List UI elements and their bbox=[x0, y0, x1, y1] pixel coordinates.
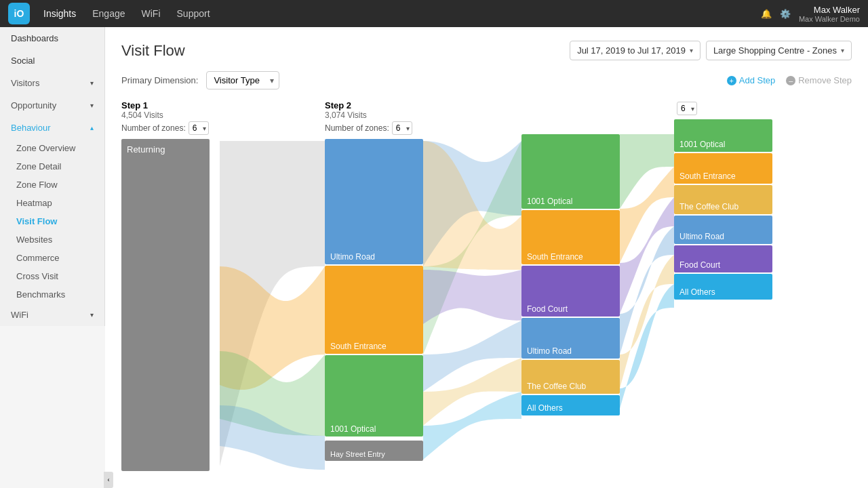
sidebar-item-opportunity[interactable]: Opportunity ▾ bbox=[0, 94, 104, 117]
nav-links: Insights Engage WiFi Support bbox=[43, 8, 761, 19]
flow-svg-1-2 bbox=[220, 134, 325, 488]
step2-zones-select[interactable]: 6 bbox=[392, 121, 412, 135]
sidebar-sub-zone-detail[interactable]: Zone Detail bbox=[0, 157, 104, 176]
nav-support[interactable]: Support bbox=[177, 8, 210, 19]
sidebar-sub-benchmarks[interactable]: Benchmarks bbox=[0, 285, 104, 304]
dimension-row: Primary Dimension: Visitor Type Add Step… bbox=[121, 71, 852, 89]
user-name: Max Walker bbox=[799, 5, 860, 15]
step3-mid-foodcourt[interactable]: Food Court bbox=[521, 266, 620, 317]
step3-mid-coffeeclub[interactable]: The Coffee Club bbox=[521, 360, 620, 394]
step3-right-1001optical[interactable]: 1001 Optical bbox=[674, 119, 772, 152]
step3-right-coffeeclub[interactable]: The Coffee Club bbox=[674, 185, 772, 214]
step1-header: Step 1 4,504 Visits Number of zones: 6 ▾ bbox=[121, 100, 220, 135]
step2-label: Step 2 bbox=[325, 100, 423, 110]
remove-step-button[interactable]: Remove Step bbox=[786, 75, 852, 85]
step1-visits: 4,504 Visits bbox=[121, 110, 220, 120]
chevron-up-icon: ▴ bbox=[90, 124, 94, 131]
step3-zones-row: 6 ▾ bbox=[674, 102, 772, 115]
top-navigation: iO Insights Engage WiFi Support 🔔 ⚙️ Max… bbox=[0, 0, 868, 27]
step2-south-entrance-block[interactable]: South Entrance bbox=[325, 266, 423, 354]
nav-wifi[interactable]: WiFi bbox=[142, 8, 161, 19]
step3-right-foodcourt[interactable]: Food Court bbox=[674, 245, 772, 272]
sidebar-sub-websites[interactable]: Websites bbox=[0, 230, 104, 249]
flow-1-2 bbox=[220, 134, 325, 488]
location-dropdown[interactable]: Large Shopping Centre - Zones ▾ bbox=[706, 41, 852, 60]
chevron-down-icon: ▾ bbox=[90, 102, 94, 109]
add-step-button[interactable]: Add Step bbox=[727, 75, 776, 85]
step3-right-southentrance[interactable]: South Entrance bbox=[674, 153, 772, 184]
step3-right-column: 6 ▾ 1001 Optical South Entrance The Coff… bbox=[674, 100, 772, 301]
step3-right-ultimoroad[interactable]: Ultimo Road bbox=[674, 216, 772, 244]
sidebar-item-wifi[interactable]: WiFi ▾ bbox=[0, 304, 104, 326]
step3-mid-1001optical[interactable]: 1001 Optical bbox=[521, 134, 620, 209]
flow-svg-2-3 bbox=[423, 134, 521, 488]
step1-zones-wrapper: 6 ▾ bbox=[189, 121, 209, 135]
step2-visits: 3,074 Visits bbox=[325, 110, 423, 120]
user-demo: Max Walker Demo bbox=[799, 15, 860, 23]
page-title: Visit Flow bbox=[121, 42, 185, 60]
step1-zones-select[interactable]: 6 bbox=[189, 121, 209, 135]
user-info: Max Walker Max Walker Demo bbox=[799, 5, 860, 23]
step3-mid-ultimoroad[interactable]: Ultimo Road bbox=[521, 318, 620, 359]
dimension-select-wrapper: Visitor Type bbox=[206, 71, 279, 89]
add-remove-steps: Add Step Remove Step bbox=[727, 75, 852, 85]
chevron-down-icon: ▾ bbox=[841, 47, 844, 54]
step1-column: Step 1 4,504 Visits Number of zones: 6 ▾… bbox=[121, 100, 220, 471]
content-area: Visit Flow Jul 17, 2019 to Jul 17, 2019 … bbox=[105, 27, 868, 488]
step3-mid-allothers[interactable]: All Others bbox=[521, 395, 620, 415]
step2-ultimo-road-block[interactable]: Ultimo Road bbox=[325, 139, 423, 264]
sidebar-sub-heatmap[interactable]: Heatmap bbox=[0, 194, 104, 212]
step3-mid-southentrance[interactable]: South Entrance bbox=[521, 210, 620, 264]
step2-1001optical-block[interactable]: 1001 Optical bbox=[325, 355, 423, 436]
sidebar-sub-zone-flow[interactable]: Zone Flow bbox=[0, 176, 104, 194]
step3-header: 6 ▾ bbox=[674, 100, 772, 115]
sidebar-sub-commerce[interactable]: Commerce bbox=[0, 249, 104, 267]
sidebar-item-dashboards[interactable]: Dashboards bbox=[0, 27, 104, 49]
nav-engage[interactable]: Engage bbox=[92, 8, 125, 19]
sidebar-item-visitors[interactable]: Visitors ▾ bbox=[0, 72, 104, 94]
step3-mid-column: 1001 Optical South Entrance Food Court U… bbox=[521, 100, 620, 417]
chevron-down-icon: ▾ bbox=[90, 311, 94, 319]
flow-3a-3b bbox=[620, 134, 674, 488]
step3-mid-spacer bbox=[521, 100, 620, 134]
content-header: Visit Flow Jul 17, 2019 to Jul 17, 2019 … bbox=[121, 41, 852, 60]
header-controls: Jul 17, 2019 to Jul 17, 2019 ▾ Large Sho… bbox=[570, 41, 852, 60]
flow-svg-3a-3b bbox=[620, 134, 674, 488]
sidebar: Dashboards Social Visitors ▾ Opportunity… bbox=[0, 27, 105, 488]
gear-icon[interactable]: ⚙️ bbox=[780, 9, 791, 19]
date-range-dropdown[interactable]: Jul 17, 2019 to Jul 17, 2019 ▾ bbox=[570, 41, 701, 60]
step1-zones-row: Number of zones: 6 ▾ bbox=[121, 121, 220, 135]
step2-haystreet-block[interactable]: Hay Street Entry bbox=[325, 441, 423, 461]
step2-left-column: Step 2 3,074 Visits Number of zones: 6 ▾ bbox=[325, 100, 423, 461]
step3-zones-select[interactable]: 6 bbox=[677, 102, 697, 115]
chevron-down-icon: ▾ bbox=[690, 47, 693, 54]
chevron-down-icon: ▾ bbox=[90, 79, 94, 87]
sidebar-collapse-button[interactable]: ‹ bbox=[104, 472, 113, 488]
step3-right-allothers[interactable]: All Others bbox=[674, 274, 772, 300]
dimension-label: Primary Dimension: bbox=[121, 75, 198, 85]
step1-label: Step 1 bbox=[121, 100, 220, 110]
sidebar-sub-visit-flow[interactable]: Visit Flow bbox=[0, 212, 104, 230]
dimension-select[interactable]: Visitor Type bbox=[206, 71, 279, 89]
sidebar-item-social[interactable]: Social bbox=[0, 49, 104, 72]
nav-right: 🔔 ⚙️ Max Walker Max Walker Demo bbox=[761, 5, 860, 23]
sidebar-sub-cross-visit[interactable]: Cross Visit bbox=[0, 267, 104, 285]
step2-zones-row: Number of zones: 6 ▾ bbox=[325, 121, 423, 135]
sankey-diagram: Step 1 4,504 Visits Number of zones: 6 ▾… bbox=[121, 100, 852, 488]
logo: iO bbox=[8, 3, 30, 24]
sidebar-sub-zone-overview[interactable]: Zone Overview bbox=[0, 139, 104, 157]
step1-returning-block[interactable]: Returning bbox=[121, 139, 210, 471]
nav-insights[interactable]: Insights bbox=[43, 8, 76, 19]
bell-icon[interactable]: 🔔 bbox=[761, 9, 772, 19]
flow-2-3 bbox=[423, 134, 521, 488]
sidebar-item-behaviour[interactable]: Behaviour ▴ bbox=[0, 117, 104, 139]
step2-header: Step 2 3,074 Visits Number of zones: 6 ▾ bbox=[325, 100, 423, 135]
